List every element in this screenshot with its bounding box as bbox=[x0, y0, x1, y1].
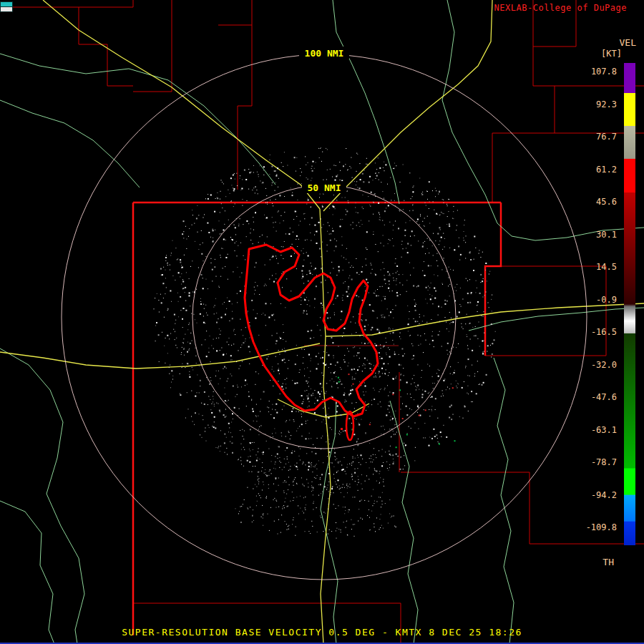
colorbar-tick: 30.1 bbox=[574, 229, 617, 240]
county-boundaries bbox=[0, 0, 644, 644]
colorbar-tick: -63.1 bbox=[574, 424, 617, 436]
cod-logo-icon bbox=[0, 1, 13, 12]
radar-screen: 100 NMI 50 NMI NEXLAB-College of DuPage … bbox=[0, 0, 644, 644]
highlighted-boundaries bbox=[133, 203, 501, 635]
colorbar-tick: 92.3 bbox=[574, 99, 617, 110]
highways bbox=[0, 0, 644, 644]
colorbar-tick: -16.5 bbox=[574, 326, 617, 338]
ring-label-100nmi: 100 NMI bbox=[305, 48, 344, 59]
colorbar: VEL [KT] 107.892.376.761.245.630.114.5-0… bbox=[558, 0, 644, 644]
colorbar-tick: -0.9 bbox=[574, 294, 617, 306]
colorbar-tick: -32.0 bbox=[574, 359, 617, 371]
colorbar-tick: 107.8 bbox=[574, 66, 617, 77]
ring-label-50nmi: 50 NMI bbox=[308, 182, 341, 193]
colorbar-tick: -109.8 bbox=[574, 522, 617, 533]
velocity-data bbox=[154, 147, 496, 539]
radar-map: 100 NMI 50 NMI bbox=[0, 0, 644, 644]
colorbar-title: VEL bbox=[620, 37, 636, 48]
colorbar-tick: 14.5 bbox=[574, 261, 617, 273]
colorbar-gradient bbox=[624, 63, 635, 545]
colorbar-tick: 76.7 bbox=[574, 131, 617, 142]
colorbar-unit: [KT] bbox=[601, 49, 622, 59]
product-caption: SUPER-RESOLUTION BASE VELOCITY 0.5 DEG -… bbox=[0, 627, 644, 638]
rivers bbox=[0, 0, 644, 644]
colorbar-bottom-label: TH bbox=[602, 557, 614, 567]
colorbar-tick: 45.6 bbox=[574, 196, 617, 208]
ring-labels: 100 NMI 50 NMI bbox=[299, 47, 349, 193]
colorbar-tick: -47.6 bbox=[574, 391, 617, 403]
lake-outline bbox=[245, 245, 378, 440]
colorbar-tick: 61.2 bbox=[574, 164, 617, 175]
colorbar-tick: -94.2 bbox=[574, 489, 617, 501]
colorbar-tick: -78.7 bbox=[574, 457, 617, 468]
